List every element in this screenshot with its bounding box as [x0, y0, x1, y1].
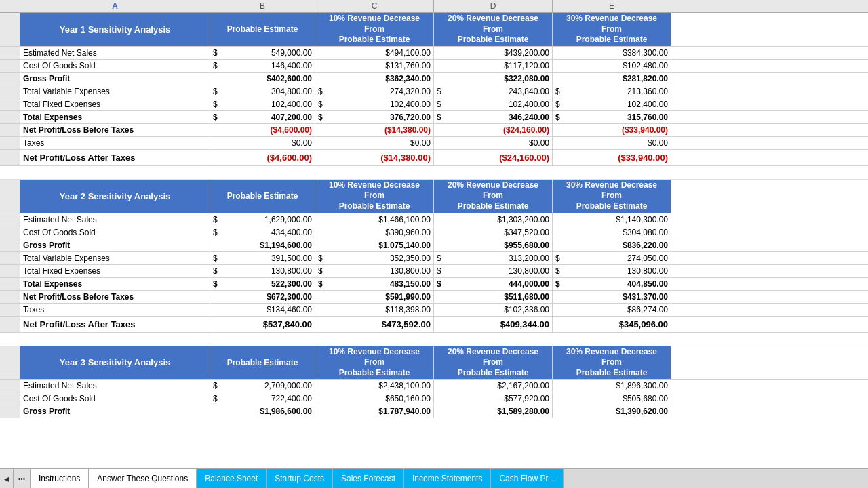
table-row: Total Variable Expenses$391,500.00$352,3…	[0, 252, 868, 265]
row-label: Net Profit/Loss Before Taxes	[20, 124, 210, 136]
year2-col-c-header: 10% Revenue Decrease From Probable Estim…	[315, 180, 434, 213]
table-row: Gross Profit$402,600.00$362,340.00$322,0…	[0, 73, 868, 85]
year2-col-b-header: Probable Estimate	[210, 180, 315, 213]
spacer2	[0, 333, 868, 346]
table-row: Net Profit/Loss Before Taxes$672,300.00$…	[0, 291, 868, 304]
year3-col-d-header: 20% Revenue Decrease From Probable Estim…	[434, 346, 553, 380]
table-row: Estimated Net Sales$2,709,000.00$2,438,1…	[0, 380, 868, 392]
year1-col-c-header: 10% Revenue Decrease From Probable Estim…	[315, 13, 434, 46]
year3-col-e-header: 30% Revenue Decrease From Probable Estim…	[553, 346, 671, 380]
spacer1	[0, 166, 868, 180]
row-label: Total Fixed Expenses	[20, 265, 210, 277]
year3-rownum	[0, 346, 20, 380]
year1-rownum	[0, 13, 20, 46]
table-row: Cost Of Goods Sold$434,400.00$390,960.00…	[0, 226, 868, 239]
row-label: Net Profit/Loss After Taxes	[20, 317, 210, 332]
tab-sales[interactable]: Sales Forecast	[333, 469, 404, 488]
year1-title: Year 1 Sensitivity Analysis	[20, 13, 210, 46]
table-row: Net Profit/Loss Before Taxes($4,600.00)(…	[0, 124, 868, 137]
row-label: Estimated Net Sales	[20, 214, 210, 226]
table-row: Taxes$0.00$0.00$0.00$0.00	[0, 137, 868, 150]
row-label: Cost Of Goods Sold	[20, 226, 210, 239]
year1-col-b-header: Probable Estimate	[210, 13, 315, 46]
row-label: Estimated Net Sales	[20, 380, 210, 392]
table-row: Gross Profit$1,986,600.00$1,787,940.00$1…	[0, 405, 868, 418]
tab-instructions[interactable]: Instructions	[31, 469, 89, 488]
row-label: Gross Profit	[20, 405, 210, 418]
tab-left-arrow[interactable]: ◀	[0, 469, 14, 488]
table-row: Net Profit/Loss After Taxes($4,600.00)($…	[0, 150, 868, 166]
row-label: Net Profit/Loss After Taxes	[20, 150, 210, 165]
col-header-a: A	[20, 0, 210, 12]
year2-rows: Estimated Net Sales$1,629,000.00$1,466,1…	[0, 214, 868, 333]
table-row: Cost Of Goods Sold$146,400.00$131,760.00…	[0, 60, 868, 73]
col-header-d: D	[434, 0, 553, 12]
row-label: Total Fixed Expenses	[20, 98, 210, 110]
year2-header-row: Year 2 Sensitivity Analysis Probable Est…	[0, 180, 868, 214]
table-row: Taxes$134,460.00$118,398.00$102,336.00$8…	[0, 304, 868, 317]
year1-col-d-header: 20% Revenue Decrease From Probable Estim…	[434, 13, 553, 46]
year3-header-row: Year 3 Sensitivity Analysis Probable Est…	[0, 346, 868, 380]
row-label: Total Expenses	[20, 111, 210, 123]
row-label: Cost Of Goods Sold	[20, 60, 210, 72]
year1-col-d-header-line1: 20% Revenue Decrease From	[437, 14, 549, 35]
tab-balance[interactable]: Balance Sheet	[197, 469, 267, 488]
year1-col-c-header-line1: 10% Revenue Decrease From	[318, 14, 431, 35]
year1-col-e-header: 30% Revenue Decrease From Probable Estim…	[553, 13, 671, 46]
year1-col-e-header-line2: Probable Estimate	[576, 35, 648, 45]
row-label: Taxes	[20, 137, 210, 149]
row-label: Total Variable Expenses	[20, 252, 210, 264]
year1-rows: Estimated Net Sales$549,000.00$494,100.0…	[0, 47, 868, 166]
table-row: Total Variable Expenses$304,800.00$274,3…	[0, 85, 868, 98]
row-label: Cost Of Goods Sold	[20, 392, 210, 405]
table-row: Estimated Net Sales$1,629,000.00$1,466,1…	[0, 214, 868, 226]
tab-dots[interactable]: •••	[14, 469, 31, 488]
year2-col-d-header: 20% Revenue Decrease From Probable Estim…	[434, 180, 553, 213]
tab-startup[interactable]: Startup Costs	[267, 469, 333, 488]
bottom-tabs: ◀ ••• Instructions Answer These Question…	[0, 468, 868, 488]
spreadsheet: A B C D E Year 1 Sensitivity Analysis Pr…	[0, 0, 868, 488]
col-header-e: E	[553, 0, 671, 12]
table-row: Cost Of Goods Sold$722,400.00$650,160.00…	[0, 392, 868, 405]
tab-income[interactable]: Income Statements	[404, 469, 491, 488]
year1-col-d-header-line2: Probable Estimate	[458, 35, 529, 45]
table-row: Estimated Net Sales$549,000.00$494,100.0…	[0, 47, 868, 60]
row-label: Estimated Net Sales	[20, 47, 210, 59]
table-row: Gross Profit$1,194,600.00$1,075,140.00$9…	[0, 239, 868, 252]
col-header-rownum	[0, 0, 20, 12]
year3-col-c-header: 10% Revenue Decrease From Probable Estim…	[315, 346, 434, 380]
row-label: Net Profit/Loss Before Taxes	[20, 291, 210, 303]
tab-cashflow[interactable]: Cash Flow Pr...	[491, 469, 563, 488]
year2-rownum	[0, 180, 20, 213]
tab-answer[interactable]: Answer These Questions	[89, 469, 197, 488]
col-header-c: C	[315, 0, 434, 12]
year2-title: Year 2 Sensitivity Analysis	[20, 180, 210, 213]
year1-header-row: Year 1 Sensitivity Analysis Probable Est…	[0, 13, 868, 47]
table-row: Total Expenses$522,300.00$483,150.00$444…	[0, 278, 868, 291]
table-row: Total Fixed Expenses$130,800.00$130,800.…	[0, 265, 868, 278]
year1-col-c-header-line2: Probable Estimate	[339, 35, 410, 45]
table-row: Total Fixed Expenses$102,400.00$102,400.…	[0, 98, 868, 111]
table-row: Total Expenses$407,200.00$376,720.00$346…	[0, 111, 868, 124]
row-label: Gross Profit	[20, 239, 210, 251]
year3-rows: Estimated Net Sales$2,709,000.00$2,438,1…	[0, 380, 868, 418]
year2-col-e-header: 30% Revenue Decrease From Probable Estim…	[553, 180, 671, 213]
year1-col-e-header-line1: 30% Revenue Decrease From	[555, 14, 668, 35]
year3-col-b-header: Probable Estimate	[210, 346, 315, 380]
row-label: Taxes	[20, 304, 210, 316]
column-headers: A B C D E	[0, 0, 868, 13]
row-label: Total Expenses	[20, 278, 210, 290]
data-area: Year 1 Sensitivity Analysis Probable Est…	[0, 13, 868, 468]
year3-title: Year 3 Sensitivity Analysis	[20, 346, 210, 380]
row-label: Total Variable Expenses	[20, 85, 210, 98]
table-row: Net Profit/Loss After Taxes$537,840.00$4…	[0, 317, 868, 333]
col-header-b: B	[210, 0, 315, 12]
row-label: Gross Profit	[20, 73, 210, 85]
